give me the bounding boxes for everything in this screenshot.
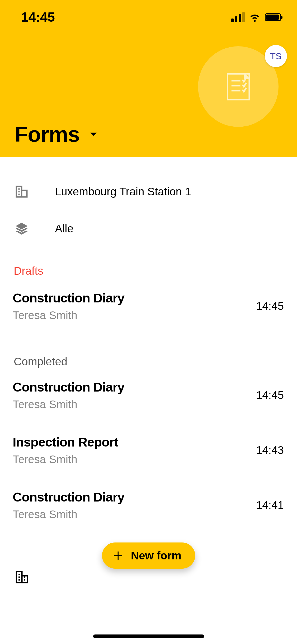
project-filter[interactable]: Luxembourg Train Station 1: [14, 173, 283, 210]
project-filter-label: Luxembourg Train Station 1: [55, 185, 191, 198]
battery-icon: [265, 13, 281, 21]
form-title: Construction Diary: [13, 291, 124, 305]
list-item[interactable]: Construction Diary Teresa Smith 14:45: [0, 380, 297, 435]
form-time: 14:45: [256, 389, 284, 402]
list-item[interactable]: Construction Diary Teresa Smith 14:41: [0, 490, 297, 545]
scope-filter[interactable]: Alle: [14, 210, 283, 247]
list-item[interactable]: Inspection Report Teresa Smith 14:43: [0, 435, 297, 490]
title-dropdown[interactable]: Forms: [15, 122, 99, 147]
new-form-button[interactable]: New form: [102, 542, 195, 569]
section-header-drafts: Drafts: [0, 255, 297, 291]
avatar-initials: TS: [270, 51, 281, 61]
form-author: Teresa Smith: [13, 453, 118, 466]
wifi-icon: [249, 12, 260, 22]
status-bar: 14:45: [0, 0, 297, 34]
form-author: Teresa Smith: [13, 309, 124, 322]
avatar[interactable]: TS: [265, 45, 287, 67]
form-time: 14:43: [256, 444, 284, 457]
status-time: 14:45: [21, 10, 55, 25]
form-title: Construction Diary: [13, 380, 124, 394]
form-time: 14:45: [256, 300, 284, 312]
section-header-completed: Completed: [0, 352, 297, 380]
plus-icon: [112, 550, 124, 561]
cellular-signal-icon: [231, 12, 245, 22]
projects-tab-icon[interactable]: [14, 569, 30, 585]
list-item[interactable]: Construction Diary Teresa Smith 14:45: [0, 291, 297, 338]
layers-icon: [14, 221, 30, 237]
filters: Luxembourg Train Station 1 Alle: [0, 157, 297, 255]
form-title: Construction Diary: [13, 490, 124, 504]
scope-filter-label: Alle: [55, 222, 73, 235]
form-title: Inspection Report: [13, 435, 118, 449]
new-form-label: New form: [131, 549, 181, 562]
chevron-down-icon: [89, 129, 99, 139]
status-indicators: [231, 12, 281, 22]
form-author: Teresa Smith: [13, 398, 124, 411]
header: TS Forms: [0, 34, 297, 157]
form-time: 14:41: [256, 499, 284, 512]
building-icon: [14, 184, 30, 200]
form-author: Teresa Smith: [13, 508, 124, 521]
page-title: Forms: [15, 122, 80, 147]
home-indicator: [93, 634, 204, 638]
